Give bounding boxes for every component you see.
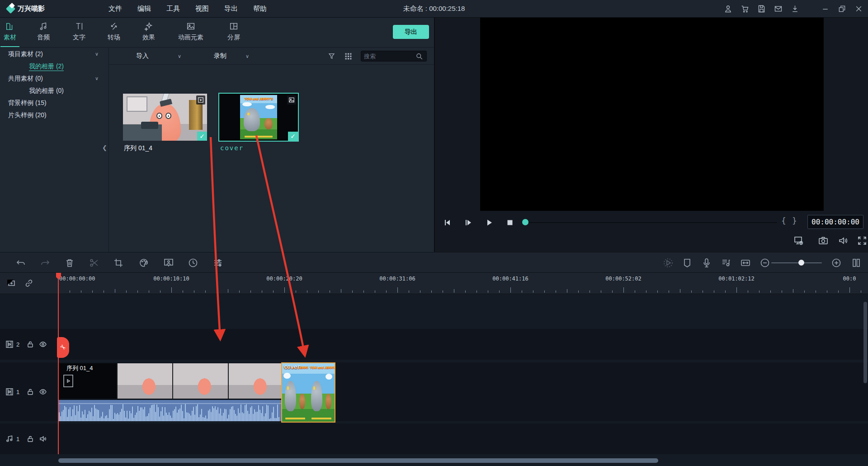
snapshot-camera-icon[interactable]	[818, 235, 829, 246]
clip-name: cover	[284, 364, 300, 370]
volume-icon[interactable]	[838, 235, 849, 246]
audio-track-1[interactable]: 1	[0, 423, 868, 454]
save-icon[interactable]	[757, 4, 766, 14]
lock-icon[interactable]	[26, 340, 34, 348]
delete-icon[interactable]	[64, 257, 75, 268]
quick-split-handle[interactable]: ✂	[57, 337, 69, 358]
record-dropdown[interactable]: 录制	[214, 52, 226, 60]
import-dropdown[interactable]: 导入	[136, 52, 149, 60]
tab-effects[interactable]: 效果	[142, 21, 155, 42]
menu-view[interactable]: 视图	[195, 5, 209, 13]
add-track-icon[interactable]	[5, 278, 16, 289]
sidebar-collapse-handle[interactable]: ❮	[102, 144, 107, 151]
menu-edit[interactable]: 编辑	[137, 5, 151, 13]
split-scissors-icon[interactable]	[89, 257, 99, 268]
zoom-in-icon[interactable]	[831, 257, 842, 268]
download-icon[interactable]	[790, 4, 800, 14]
duration-clock-icon[interactable]	[188, 257, 198, 268]
green-screen-icon[interactable]	[163, 257, 174, 268]
tab-elements[interactable]: 动画元素	[178, 21, 203, 42]
play-button[interactable]	[482, 216, 496, 229]
close-button[interactable]	[854, 4, 863, 14]
media-item-sequence[interactable]: ✓ 序列 01_4	[123, 94, 207, 141]
marker-icon[interactable]	[682, 257, 693, 268]
lock-icon[interactable]	[26, 435, 34, 443]
audio-track-1-header: 1	[0, 423, 58, 454]
tab-transitions[interactable]: 转场	[108, 21, 120, 42]
import-chevron-icon[interactable]: ∨	[178, 53, 181, 59]
fit-timeline-icon[interactable]	[740, 257, 751, 268]
record-chevron-icon[interactable]: ∨	[245, 53, 249, 59]
seek-handle[interactable]	[522, 219, 528, 225]
tab-split-screen[interactable]: 分屏	[227, 21, 240, 42]
tree-item-intro-samples[interactable]: 片头样例 (20)	[0, 109, 108, 121]
color-palette-icon[interactable]	[138, 257, 149, 268]
transport-controls: { } 00:00:00:00	[435, 214, 868, 232]
menu-tools[interactable]: 工具	[166, 5, 180, 13]
timeline-ruler[interactable]: 00:00:00:0000:00:10:1000:00:20:2000:00:3…	[58, 273, 868, 294]
search-input[interactable]	[364, 53, 415, 60]
visibility-eye-icon[interactable]	[39, 388, 47, 396]
timeline-zoom-slider[interactable]	[771, 262, 822, 263]
tree-item-my-album-shared[interactable]: 我的相册 (0)	[0, 85, 108, 97]
panel-layout-icon[interactable]	[851, 257, 862, 268]
tree-item-background-samples[interactable]: 背景样例 (15)	[0, 97, 108, 109]
tab-text[interactable]: 文字	[73, 21, 85, 42]
menu-export[interactable]: 导出	[224, 5, 238, 13]
previous-frame-button[interactable]	[441, 216, 454, 229]
folder-icon	[5, 21, 15, 31]
account-icon[interactable]	[723, 4, 733, 14]
grid-view-icon[interactable]	[344, 52, 353, 61]
timeline-horizontal-scrollbar[interactable]	[58, 458, 658, 463]
tab-media[interactable]: 素材	[4, 21, 16, 42]
search-icon[interactable]	[415, 52, 424, 61]
clip-audio-waveform	[58, 400, 281, 421]
preview-screen[interactable]	[480, 18, 824, 211]
media-item-cover[interactable]: TOM and JERRY'S ✓ cover	[218, 93, 299, 142]
timeline-clip-cover[interactable]: cover TOM and JERRY'S TOM and JERRY'S	[281, 362, 335, 423]
timeline-zoom-knob[interactable]	[798, 260, 804, 266]
export-button[interactable]: 导出	[393, 25, 429, 39]
video-track-2[interactable]: 2	[0, 329, 868, 360]
next-frame-button[interactable]	[462, 216, 475, 229]
scissors-icon: ✂	[58, 342, 68, 352]
link-icon[interactable]	[24, 278, 34, 289]
tree-item-project-media[interactable]: 项目素材 (2) ∨	[0, 48, 108, 60]
display-settings-icon[interactable]	[793, 235, 804, 246]
zoom-out-icon[interactable]	[760, 257, 770, 268]
visibility-eye-icon[interactable]	[39, 340, 47, 348]
tree-item-my-album-project[interactable]: 我的相册 (2)	[0, 60, 108, 72]
restore-button[interactable]	[837, 4, 847, 14]
audio-mixer-icon[interactable]	[721, 257, 731, 268]
timeline-vertical-scrollbar[interactable]	[863, 302, 867, 383]
mark-out-icon[interactable]: }	[792, 216, 797, 225]
mail-icon[interactable]	[774, 4, 783, 14]
cart-icon[interactable]	[740, 4, 750, 14]
adjust-sliders-icon[interactable]	[212, 257, 223, 268]
filter-icon[interactable]	[327, 52, 336, 61]
mute-speaker-icon[interactable]	[39, 435, 47, 443]
menu-file[interactable]: 文件	[108, 5, 122, 13]
chevron-down-icon[interactable]: ∨	[95, 72, 99, 85]
ruler-timecode-label: 00:00:10:10	[153, 276, 189, 282]
menu-help[interactable]: 帮助	[253, 5, 267, 13]
playhead-line[interactable]	[58, 273, 59, 454]
tree-item-shared-media[interactable]: 共用素材 (0) ∨	[0, 72, 108, 85]
filmstrip-icon	[63, 374, 74, 388]
mark-in-icon[interactable]: {	[781, 216, 786, 225]
chevron-down-icon[interactable]: ∨	[95, 48, 99, 60]
lock-icon[interactable]	[26, 388, 34, 396]
fullscreen-icon[interactable]	[857, 235, 868, 246]
minimize-button[interactable]	[821, 4, 830, 14]
stop-button[interactable]	[503, 216, 517, 229]
render-preview-icon[interactable]	[663, 257, 674, 268]
crop-icon[interactable]	[113, 257, 124, 268]
timeline-clip-sequence[interactable]: 序列 01_4	[58, 363, 281, 421]
tab-audio[interactable]: 音频	[37, 21, 50, 42]
timeline-area: 00:00:00:0000:00:10:1000:00:20:2000:00:3…	[0, 273, 868, 466]
redo-icon[interactable]	[40, 257, 51, 268]
voiceover-mic-icon[interactable]	[701, 257, 712, 268]
undo-icon[interactable]	[15, 257, 26, 268]
seek-bar[interactable]	[528, 222, 777, 223]
ruler-timecode-label: 00:00:41:16	[492, 276, 528, 282]
